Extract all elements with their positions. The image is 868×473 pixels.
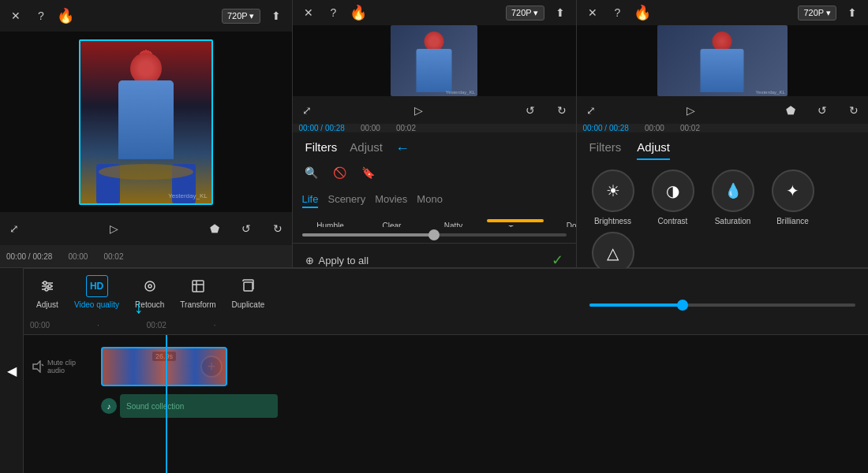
fullscreen-button-2[interactable]: ⤢ [297, 101, 316, 120]
collapse-icon: ◀ [7, 363, 17, 378]
tool-adjust[interactable]: Adjust [36, 275, 58, 309]
apply-to-all-button[interactable]: ⊕ Apply to all [305, 255, 369, 266]
video-preview-1: Yesterday_KL [0, 32, 292, 212]
watermark-1: Yesterday_KL [168, 192, 208, 199]
fullscreen-button-3[interactable]: ⤢ [582, 101, 600, 120]
tool-video-quality[interactable]: HD Video quality [74, 275, 119, 309]
undo-button-3[interactable]: ↺ [813, 101, 832, 120]
panel-toolbar-3: ✕ ? 🔥 720P ▾ ⬆ [577, 0, 869, 25]
saturation-icon: 💧 [724, 182, 742, 199]
video-clip-container: Cover 26.9s + [101, 347, 227, 386]
adjust-saturation[interactable]: 💧 Saturation [706, 169, 760, 225]
video-thumb-inner-1 [80, 41, 211, 203]
block-button[interactable]: 🚫 [331, 163, 350, 182]
tab-filters[interactable]: Filters [305, 140, 338, 157]
upload-button-1[interactable]: ⬆ [267, 6, 286, 25]
upload-button-3[interactable]: ⬆ [843, 3, 862, 22]
help-button-3[interactable]: ? [608, 3, 627, 22]
adjust-tabs: Filters Adjust [577, 132, 869, 160]
tab-adjust-right[interactable]: Adjust [637, 140, 670, 160]
undo-button-1[interactable]: ↺ [237, 219, 256, 238]
sidebar-collapse[interactable]: ◀ [0, 268, 24, 473]
ruler-mark-3b: 00:02 [680, 124, 700, 132]
timeline-bar-3: 00:00 / 00:28 00:00 00:02 [577, 124, 869, 132]
check-icon[interactable]: ✓ [552, 251, 563, 269]
tool-retouch[interactable]: Retouch [135, 275, 164, 309]
quality-select-1[interactable]: 720P ▾ [222, 9, 260, 24]
close-button-2[interactable]: ✕ [299, 3, 318, 22]
filter-cat-scenery[interactable]: Scenery [327, 192, 365, 208]
filter-grid: Humble Clear [293, 211, 576, 227]
upload-button-2[interactable]: ⬆ [551, 3, 570, 22]
help-button-1[interactable]: ? [32, 6, 51, 25]
filter-slider-thumb[interactable] [428, 229, 440, 240]
tool-duplicate[interactable]: Duplicate [232, 275, 265, 309]
play-button-2[interactable]: ▷ [409, 101, 428, 120]
audio-clip[interactable]: Sound collection [120, 394, 278, 418]
flame-icon-3: 🔥 [634, 4, 651, 21]
filter-slider-track[interactable] [302, 233, 567, 236]
tool-retouch-label: Retouch [135, 300, 164, 309]
video-clip[interactable]: 26.9s + [101, 347, 227, 386]
retouch-icon [139, 275, 161, 297]
adjust-brightness[interactable]: ☀ Brightness [586, 169, 640, 225]
tool-duplicate-label: Duplicate [232, 300, 265, 309]
timeline-main: Adjust HD Video quality Retouch [24, 268, 868, 473]
help-button-2[interactable]: ? [324, 3, 343, 22]
play-button-3[interactable]: ▷ [681, 101, 700, 120]
flame-icon-2: 🔥 [350, 4, 367, 21]
magic-button-3[interactable]: ⬟ [781, 101, 800, 120]
saturation-circle: 💧 [712, 169, 754, 212]
tool-transform[interactable]: Transform [180, 275, 215, 309]
filter-search-row: 🔍 🚫 🔖 [293, 157, 576, 188]
brilliance-label: Brilliance [776, 217, 809, 225]
svg-point-6 [145, 281, 155, 291]
filter-cat-life[interactable]: Life [302, 192, 319, 208]
ruler-mark-2a: 00:00 [361, 124, 380, 132]
magic-button-1[interactable]: ⬟ [205, 219, 224, 238]
filter-cat-mono[interactable]: Mono [417, 192, 443, 208]
adjust-slider-track[interactable] [589, 304, 856, 307]
video-preview-3-mini: Yesterday_KL [577, 25, 869, 96]
fullscreen-button-1[interactable]: ⤢ [5, 219, 24, 238]
video-thumbnail-1: Yesterday_KL [79, 39, 213, 205]
close-button-3[interactable]: ✕ [583, 3, 602, 22]
brilliance-circle: ✦ [772, 169, 814, 212]
adjust-slider-fill [589, 304, 683, 307]
timeline-bar-1: 00:00 / 00:28 00:00 00:02 [0, 245, 292, 267]
filter-label-dolce: Dolce [567, 222, 576, 227]
adjust-brilliance[interactable]: ✦ Brilliance [766, 169, 820, 225]
svg-rect-11 [244, 282, 253, 291]
apply-label: Apply to all [319, 255, 369, 266]
watermark-3: Yesterday_KL [756, 90, 785, 95]
redo-button-3[interactable]: ↻ [844, 101, 863, 120]
quality-select-2[interactable]: 720P ▾ [506, 6, 544, 20]
timeline-bar-2: 00:00 / 00:28 00:00 00:02 [293, 124, 576, 132]
undo-button-2[interactable]: ↺ [521, 101, 540, 120]
contrast-icon: ◑ [666, 181, 679, 200]
play-button-1[interactable]: ▷ [105, 219, 124, 238]
svg-marker-12 [33, 361, 40, 372]
tool-adjust-label: Adjust [36, 300, 58, 309]
svg-point-3 [43, 281, 47, 285]
close-button-1[interactable]: ✕ [6, 6, 25, 25]
filters-adjust-tabs: Filters Adjust ← [293, 132, 576, 157]
tab-filters-right[interactable]: Filters [589, 140, 622, 160]
filter-slider-row [293, 227, 576, 243]
bookmark-button[interactable]: 🔖 [359, 163, 378, 182]
svg-point-4 [48, 285, 51, 288]
ruler-0: 00:00 [30, 321, 50, 330]
bottom-timeline: ◀ Adjust HD Video [0, 268, 868, 473]
quality-select-3[interactable]: 720P ▾ [798, 6, 836, 20]
filter-cat-movies[interactable]: Movies [375, 192, 407, 208]
search-button[interactable]: 🔍 [302, 163, 321, 182]
redo-button-2[interactable]: ↻ [552, 101, 571, 120]
redo-button-1[interactable]: ↻ [268, 219, 287, 238]
tab-adjust-link[interactable]: Adjust [350, 140, 383, 157]
ruler-mark-1a: 00:00 [68, 252, 88, 261]
contrast-circle: ◑ [652, 169, 694, 212]
mute-label: Mute clip audio [47, 359, 95, 374]
track-label-mute: Mute clip audio [32, 359, 95, 374]
adjust-slider-thumb[interactable] [677, 300, 688, 311]
adjust-contrast[interactable]: ◑ Contrast [646, 169, 700, 225]
